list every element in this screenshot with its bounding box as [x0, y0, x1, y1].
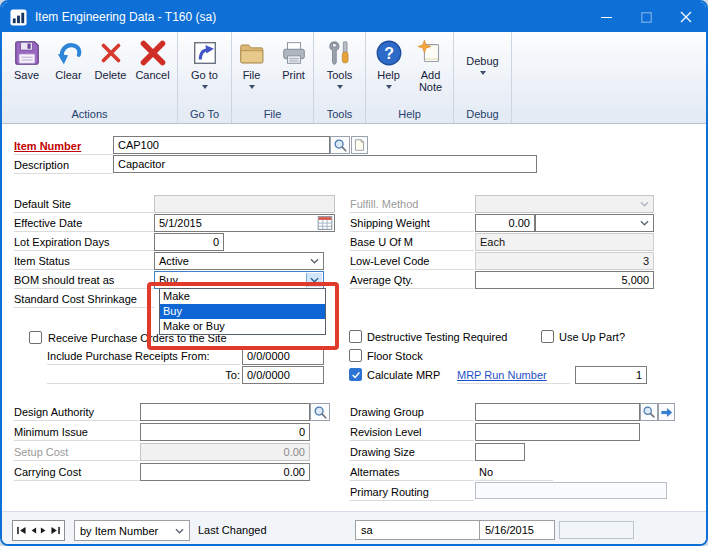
floor-stock-checkbox[interactable] — [349, 349, 362, 362]
average-qty-field[interactable]: 5,000 — [475, 271, 654, 289]
carrying-cost-field[interactable]: 0.00 — [140, 463, 310, 481]
arrow-right-icon — [660, 406, 673, 419]
delete-button[interactable]: Delete — [91, 35, 131, 83]
nav-next-button[interactable] — [39, 526, 48, 535]
item-status-select[interactable]: Active — [154, 252, 324, 270]
drawing-size-field[interactable] — [475, 443, 525, 461]
lot-expiration-days-field[interactable]: 0 — [154, 233, 224, 251]
print-icon — [279, 36, 309, 69]
lot-expiration-days-label: Lot Expiration Days — [14, 233, 154, 251]
use-up-part-checkbox[interactable] — [541, 330, 554, 343]
item-number-field[interactable]: CAP100 — [113, 136, 330, 154]
calculate-mrp-checkbox[interactable] — [349, 368, 362, 381]
debug-button[interactable]: Debug — [463, 35, 503, 76]
bom-treat-as-dropdown-list: Make Buy Make or Buy — [159, 288, 326, 335]
effective-date-field[interactable]: 5/1/2015 — [154, 214, 335, 232]
print-button[interactable]: Print — [274, 35, 314, 83]
drawing-group-goto-button[interactable] — [658, 403, 675, 421]
nav-prev-button[interactable] — [29, 526, 38, 535]
minimize-button[interactable] — [586, 2, 626, 32]
standard-cost-shrinkage-label: Standard Cost Shrinkage — [14, 290, 154, 308]
floor-stock-label: Floor Stock — [367, 349, 423, 363]
carrying-cost-label: Carrying Cost — [14, 463, 140, 481]
calendar-icon[interactable] — [317, 216, 333, 230]
receive-po-checkbox[interactable] — [29, 331, 42, 344]
design-authority-field[interactable] — [140, 403, 310, 421]
item-number-note-button[interactable] — [351, 136, 368, 154]
calculate-mrp-label: Calculate MRP — [367, 368, 440, 382]
description-label: Description — [14, 156, 113, 174]
minimum-issue-field[interactable]: 0 — [140, 423, 310, 441]
drawing-group-lookup-button[interactable] — [640, 403, 658, 421]
dropdown-arrow-icon — [202, 85, 208, 89]
include-purchase-receipts-from-field[interactable]: 0/0/0000 — [242, 347, 324, 365]
save-icon — [12, 36, 42, 69]
revision-level-field[interactable] — [475, 423, 640, 441]
maximize-button — [626, 2, 666, 32]
cancel-button[interactable]: Cancel — [133, 35, 173, 83]
minimum-issue-label: Minimum Issue — [14, 423, 140, 441]
base-uom-field: Each — [475, 233, 654, 251]
ribbon-group-label-actions: Actions — [2, 108, 177, 123]
close-button[interactable] — [666, 2, 706, 32]
destructive-testing-checkbox[interactable] — [349, 330, 362, 343]
description-field[interactable]: Capacitor — [113, 155, 537, 173]
last-changed-label: Last Changed — [198, 520, 267, 540]
bom-treat-as-select[interactable]: Buy — [154, 271, 324, 289]
file-button[interactable]: File — [232, 35, 272, 90]
dropdown-option-make[interactable]: Make — [160, 289, 325, 304]
title-bar: Item Engineering Data - T160 (sa) — [2, 2, 706, 32]
item-status-label: Item Status — [14, 252, 154, 270]
dropdown-option-make-or-buy[interactable]: Make or Buy — [160, 319, 325, 334]
item-engineering-data-window: Item Engineering Data - T160 (sa) Save — [0, 0, 708, 546]
search-icon — [313, 405, 328, 420]
chevron-down-icon[interactable] — [172, 524, 187, 538]
folder-icon — [237, 36, 267, 69]
last-changed-user-field: sa — [355, 520, 480, 540]
shipping-weight-field[interactable]: 0.00 — [475, 214, 535, 232]
nav-prev-icon — [29, 526, 38, 535]
nav-first-button[interactable] — [16, 526, 27, 535]
add-note-icon — [416, 36, 446, 69]
dropdown-arrow-icon — [386, 85, 392, 89]
mrp-run-number-field[interactable]: 1 — [575, 366, 647, 384]
nav-last-icon — [50, 526, 61, 535]
ribbon-group-file: File Print File — [232, 32, 314, 123]
item-number-label[interactable]: Item Number — [14, 137, 113, 155]
help-button[interactable]: ? Help — [369, 35, 409, 90]
tools-icon — [325, 36, 355, 69]
dropdown-arrow-icon — [249, 85, 255, 89]
drawing-group-field[interactable] — [475, 403, 640, 421]
design-authority-label: Design Authority — [14, 403, 140, 421]
dropdown-option-buy[interactable]: Buy — [160, 304, 325, 319]
ribbon-group-label-file: File — [232, 108, 313, 123]
dropdown-arrow-icon — [480, 71, 486, 75]
nav-last-button[interactable] — [50, 526, 61, 535]
note-icon — [353, 138, 366, 152]
to-field[interactable]: 0/0/0000 — [242, 366, 324, 384]
save-button[interactable]: Save — [7, 35, 47, 83]
fulfill-method-select — [475, 195, 654, 213]
clear-button[interactable]: Clear — [49, 35, 89, 83]
primary-routing-field — [475, 482, 667, 499]
chevron-down-icon[interactable] — [307, 254, 322, 268]
item-number-lookup-button[interactable] — [330, 136, 350, 154]
ribbon-group-label-debug: Debug — [454, 108, 511, 123]
low-level-code-label: Low-Level Code — [350, 252, 474, 270]
design-authority-lookup-button[interactable] — [310, 403, 330, 421]
ribbon-group-label-help: Help — [366, 108, 453, 123]
setup-cost-field: 0.00 — [140, 443, 310, 461]
drawing-size-label: Drawing Size — [350, 443, 474, 461]
minimize-icon — [601, 12, 612, 23]
add-note-button[interactable]: Add Note — [411, 35, 451, 94]
chevron-down-icon[interactable] — [637, 216, 652, 230]
chevron-down-icon[interactable] — [306, 273, 322, 287]
mrp-run-number-link[interactable]: MRP Run Number — [457, 369, 547, 381]
sort-by-select[interactable]: by Item Number — [74, 520, 190, 541]
alternates-value: No — [475, 463, 553, 481]
ribbon-group-tools: Tools Tools — [314, 32, 366, 123]
shipping-weight-uom-select[interactable] — [535, 214, 654, 232]
tools-button[interactable]: Tools — [320, 35, 360, 90]
goto-button[interactable]: Go to — [185, 35, 225, 90]
bom-treat-as-label: BOM should treat as — [14, 271, 154, 289]
